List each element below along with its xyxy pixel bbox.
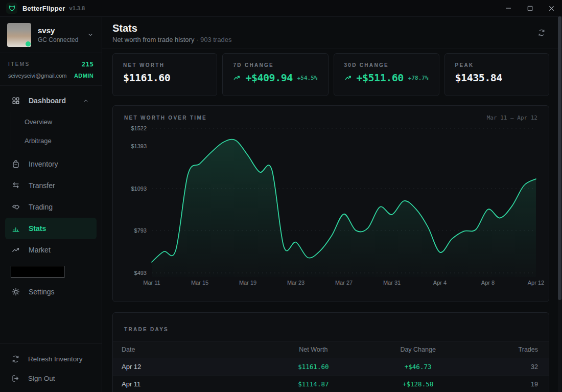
svg-text:Mar 19: Mar 19 bbox=[239, 280, 256, 286]
account-info: ITEMS 215 seiveyseivi@gmail.com ADMIN bbox=[0, 53, 102, 86]
30d-change-value: +$511.60 bbox=[357, 72, 404, 84]
grid-icon bbox=[11, 96, 20, 105]
sidebar-item-label: Transfer bbox=[29, 181, 55, 190]
sign-out-button[interactable]: Sign Out bbox=[0, 368, 102, 388]
svg-text:$493: $493 bbox=[134, 270, 147, 276]
subtitle-text: Net worth from trade history bbox=[112, 36, 194, 43]
sidebar: svsy GC Connected ITEMS 215 seiveyseivi@… bbox=[0, 17, 102, 392]
card-label: 7D CHANGE bbox=[233, 62, 317, 68]
net-worth-card: NET WORTH $1161.60 bbox=[112, 53, 217, 96]
page-title: Stats bbox=[112, 22, 231, 34]
redacted-nav-item bbox=[11, 266, 64, 278]
sidebar-item-trading[interactable]: Trading bbox=[5, 196, 97, 218]
row-trades: 32 bbox=[471, 363, 541, 371]
app-window: BetterFlipper v1.3.8 svsy GC Connected bbox=[0, 0, 562, 392]
7d-change-percent: +54.5% bbox=[297, 75, 318, 81]
transfer-arrows-icon bbox=[11, 181, 20, 190]
sidebar-item-arbitrage[interactable]: Arbitrage bbox=[0, 131, 102, 150]
svg-text:Apr 12: Apr 12 bbox=[528, 280, 544, 286]
online-status-dot bbox=[26, 41, 31, 47]
table-row[interactable]: Apr 12 $1161.60 +$46.73 32 bbox=[113, 358, 549, 375]
chart-date-range: Mar 11 — Apr 12 bbox=[487, 114, 537, 121]
gear-icon bbox=[11, 287, 20, 296]
sidebar-item-settings[interactable]: Settings bbox=[5, 281, 97, 303]
svg-text:$793: $793 bbox=[134, 227, 147, 234]
trade-days-panel: TRADE DAYS Date Net Worth Day Change Tra… bbox=[112, 312, 549, 392]
maximize-button[interactable] bbox=[519, 0, 541, 16]
peak-value: $1435.84 bbox=[455, 72, 502, 84]
column-header-net-worth: Net Worth bbox=[261, 346, 366, 353]
user-name: svsy bbox=[38, 26, 78, 35]
refresh-icon bbox=[11, 355, 20, 363]
submenu-guide-line bbox=[11, 112, 11, 149]
chevron-down-icon bbox=[86, 31, 95, 39]
user-avatar bbox=[7, 23, 31, 47]
table-row[interactable]: Apr 11 $1114.87 +$128.58 19 bbox=[113, 375, 549, 392]
svg-text:Mar 31: Mar 31 bbox=[383, 280, 401, 286]
row-net-worth: $1114.87 bbox=[261, 380, 366, 388]
table-header-row: Date Net Worth Day Change Trades bbox=[113, 341, 549, 358]
sidebar-item-transfer[interactable]: Transfer bbox=[5, 175, 97, 196]
close-button[interactable] bbox=[541, 0, 562, 16]
networth-chart: $1522$1393$1093$793$493Mar 11Mar 15Mar 1… bbox=[113, 125, 549, 293]
items-count: 215 bbox=[82, 60, 93, 68]
sidebar-item-stats[interactable]: Stats bbox=[5, 218, 97, 239]
7d-change-value: +$409.94 bbox=[245, 72, 292, 84]
trend-up-icon bbox=[344, 74, 352, 82]
app-logo-devil-icon bbox=[6, 3, 17, 14]
trend-up-icon bbox=[233, 74, 241, 82]
sidebar-item-label: Trading bbox=[29, 203, 53, 211]
30d-change-percent: +78.7% bbox=[408, 75, 429, 81]
refresh-icon bbox=[537, 29, 546, 37]
svg-text:Apr 4: Apr 4 bbox=[433, 280, 447, 286]
sidebar-item-inventory[interactable]: Inventory bbox=[5, 153, 97, 175]
sign-out-label: Sign Out bbox=[28, 375, 55, 382]
bar-chart-icon bbox=[11, 224, 20, 233]
dashboard-submenu: Overview Arbitrage bbox=[0, 111, 102, 153]
row-date: Apr 12 bbox=[122, 363, 261, 371]
svg-text:Apr 8: Apr 8 bbox=[481, 280, 495, 286]
sidebar-item-label: Market bbox=[29, 246, 51, 254]
trade-count: · 903 trades bbox=[196, 36, 231, 43]
svg-text:Mar 11: Mar 11 bbox=[143, 280, 160, 286]
row-trades: 19 bbox=[471, 381, 541, 388]
card-label: NET WORTH bbox=[123, 62, 206, 68]
sidebar-item-overview[interactable]: Overview bbox=[0, 112, 102, 131]
card-label: 30D CHANGE bbox=[344, 62, 429, 68]
net-worth-value: $1161.60 bbox=[123, 72, 170, 84]
30d-change-card: 30D CHANGE +$511.60 +78.7% bbox=[334, 53, 439, 96]
svg-text:$1393: $1393 bbox=[131, 143, 147, 149]
chart-title: NET WORTH OVER TIME bbox=[124, 115, 207, 121]
7d-change-card: 7D CHANGE +$409.94 +54.5% bbox=[222, 53, 328, 96]
column-header-day-change: Day Change bbox=[366, 346, 471, 353]
trending-up-icon bbox=[11, 245, 20, 255]
refresh-stats-button[interactable] bbox=[537, 29, 546, 37]
backpack-icon bbox=[11, 159, 20, 169]
sidebar-nav: Dashboard Overview Arbitrage bbox=[0, 86, 102, 343]
sidebar-item-label: Dashboard bbox=[29, 97, 66, 105]
sidebar-item-label: Inventory bbox=[29, 160, 58, 168]
card-label: PEAK bbox=[455, 62, 538, 68]
app-name: BetterFlipper bbox=[22, 5, 65, 12]
sidebar-item-label: Settings bbox=[29, 288, 55, 296]
sidebar-item-market[interactable]: Market bbox=[5, 239, 97, 261]
account-email: seiveyseivi@gmail.com bbox=[8, 73, 66, 79]
row-date: Apr 11 bbox=[122, 380, 261, 388]
items-label: ITEMS bbox=[8, 61, 30, 67]
svg-text:Mar 15: Mar 15 bbox=[191, 280, 208, 286]
main-header: Stats Net worth from trade history · 903… bbox=[102, 17, 562, 49]
sidebar-subitem-label: Overview bbox=[25, 118, 52, 126]
user-card[interactable]: svsy GC Connected bbox=[0, 17, 102, 53]
stats-content: NET WORTH $1161.60 7D CHANGE +$409.94 bbox=[102, 49, 562, 392]
sidebar-item-label: Stats bbox=[29, 224, 46, 233]
column-header-trades: Trades bbox=[471, 346, 541, 353]
sidebar-item-dashboard[interactable]: Dashboard bbox=[5, 90, 97, 111]
sidebar-footer: Refresh Inventory Sign Out bbox=[0, 343, 102, 392]
scrollbar-thumb[interactable] bbox=[558, 16, 561, 300]
refresh-inventory-button[interactable]: Refresh Inventory bbox=[0, 349, 102, 368]
table-title: TRADE DAYS bbox=[124, 327, 169, 332]
user-connection-status: GC Connected bbox=[38, 36, 78, 43]
titlebar: BetterFlipper v1.3.8 bbox=[0, 0, 562, 17]
main-content: Stats Net worth from trade history · 903… bbox=[102, 17, 562, 392]
minimize-button[interactable] bbox=[498, 0, 519, 16]
